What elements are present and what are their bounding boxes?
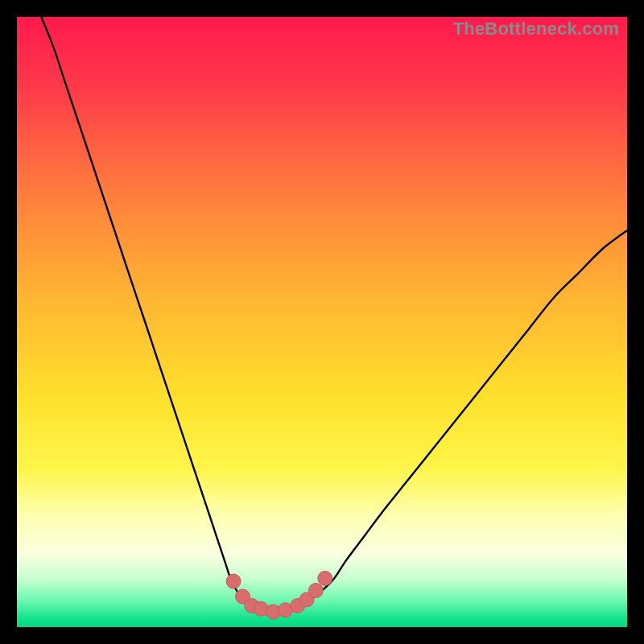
plot-area: TheBottleneck.com (17, 17, 627, 627)
curve-layer (17, 17, 627, 627)
bottleneck-curve (41, 17, 627, 610)
trough-marker (226, 574, 241, 588)
trough-marker (318, 571, 332, 585)
trough-marker-group (226, 571, 332, 619)
outer-frame: TheBottleneck.com (0, 0, 644, 644)
trough-marker (308, 584, 323, 598)
